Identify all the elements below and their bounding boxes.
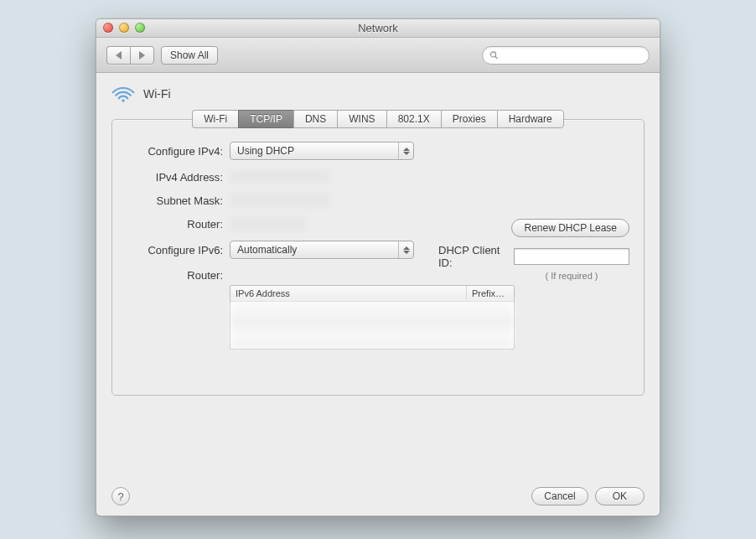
- tab-proxies[interactable]: Proxies: [441, 110, 497, 128]
- tab-hardware[interactable]: Hardware: [497, 110, 564, 128]
- window-controls: [103, 23, 145, 33]
- tab-wifi[interactable]: Wi-Fi: [192, 110, 238, 128]
- renew-dhcp-lease-button[interactable]: Renew DHCP Lease: [511, 219, 629, 237]
- nav-back-button[interactable]: [106, 46, 130, 65]
- select-stepper-icon: [398, 143, 413, 159]
- configure-ipv4-select[interactable]: Using DHCP: [230, 142, 414, 160]
- titlebar: Network: [96, 19, 660, 38]
- subnet-mask-label: Subnet Mask: [127, 194, 223, 207]
- svg-point-2: [122, 99, 125, 102]
- col-ipv6-address[interactable]: IPv6 Address: [230, 286, 467, 301]
- ipv4-router-value: [230, 217, 305, 231]
- dhcp-client-id-hint: ( If required ): [514, 271, 629, 281]
- nav-back-forward: [106, 46, 154, 65]
- search-input[interactable]: [502, 49, 642, 61]
- tab-dns[interactable]: DNS: [293, 110, 337, 128]
- zoom-window-button[interactable]: [135, 23, 145, 33]
- cancel-button[interactable]: Cancel: [531, 487, 588, 505]
- ipv4-router-label: Router: [127, 218, 223, 231]
- dhcp-client-id-input[interactable]: [514, 248, 629, 265]
- ipv4-address-value: [230, 170, 330, 184]
- search-icon: [489, 50, 499, 60]
- dialog-footer: ? Cancel OK: [111, 487, 645, 505]
- subnet-mask-value: [230, 194, 330, 207]
- chevron-left-icon: [116, 51, 122, 60]
- network-preferences-window: Network Show All Wi-Fi Wi-Fi TCP/IP DNS: [96, 18, 660, 516]
- nav-forward-button[interactable]: [130, 46, 154, 65]
- show-all-button[interactable]: Show All: [161, 46, 218, 65]
- tab-wins[interactable]: WINS: [337, 110, 386, 128]
- dhcp-side-block: Renew DHCP Lease DHCP Client ID: ( If re…: [438, 219, 629, 281]
- svg-line-1: [495, 56, 498, 59]
- ok-button[interactable]: OK: [595, 487, 645, 505]
- minimize-window-button[interactable]: [119, 23, 129, 33]
- toolbar: Show All: [96, 38, 660, 73]
- window-title: Network: [358, 22, 398, 34]
- configure-ipv4-label: Configure IPv4: [127, 145, 223, 158]
- col-prefix[interactable]: Prefix…: [467, 286, 514, 301]
- interface-name: Wi-Fi: [143, 87, 171, 101]
- ipv6-router-label: Router: [127, 269, 223, 282]
- configure-ipv4-value: Using DHCP: [237, 145, 294, 157]
- wifi-icon: [111, 85, 135, 103]
- tab-tcpip[interactable]: TCP/IP: [238, 110, 293, 128]
- ipv4-address-label: IPv4 Address: [127, 171, 223, 184]
- select-stepper-icon: [398, 241, 413, 258]
- configure-ipv6-label: Configure IPv6: [127, 244, 223, 257]
- help-button[interactable]: ?: [111, 487, 130, 505]
- tab-8021x[interactable]: 802.1X: [386, 110, 441, 128]
- configure-ipv6-select[interactable]: Automatically: [230, 241, 414, 259]
- close-window-button[interactable]: [103, 23, 113, 33]
- table-body: [230, 302, 514, 349]
- interface-header: Wi-Fi: [111, 85, 645, 103]
- dhcp-client-id-label: DHCP Client ID:: [438, 244, 509, 269]
- search-field[interactable]: [482, 46, 650, 65]
- tab-bar: Wi-Fi TCP/IP DNS WINS 802.1X Proxies Har…: [111, 110, 645, 128]
- chevron-right-icon: [139, 51, 145, 60]
- ipv6-address-table[interactable]: IPv6 Address Prefix…: [230, 285, 515, 350]
- content-area: Wi-Fi Wi-Fi TCP/IP DNS WINS 802.1X Proxi…: [96, 73, 660, 516]
- configure-ipv6-value: Automatically: [237, 244, 297, 256]
- table-header: IPv6 Address Prefix…: [230, 286, 514, 302]
- svg-point-0: [490, 51, 495, 56]
